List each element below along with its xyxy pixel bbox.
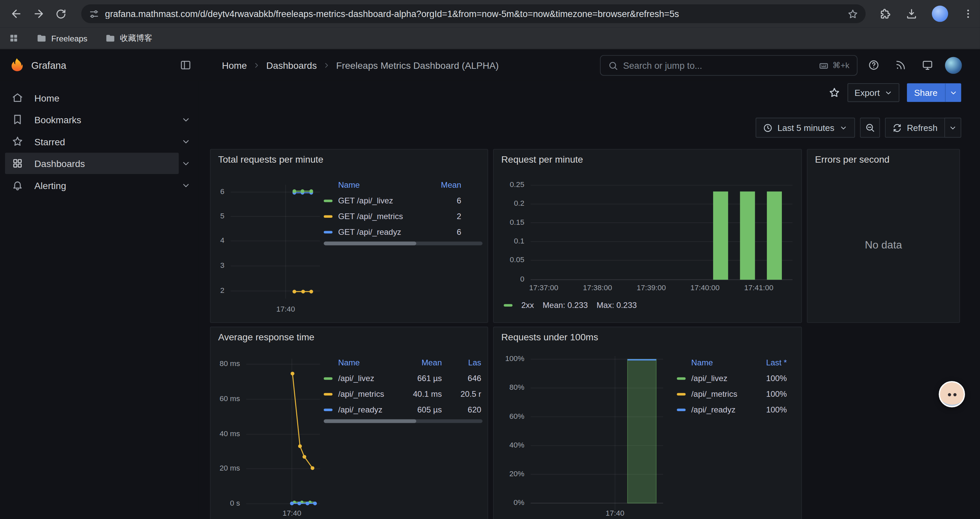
series-label[interactable]: 2xx [521,300,534,310]
dock-sidebar-icon[interactable] [180,59,191,71]
legend-table: Name Mean Las /api/_livez 661 µs 646 /ap… [324,355,483,423]
clock-icon [763,123,773,132]
panel-requests-under-100ms: Requests under 100ms 100% 80% 60% 40% 20… [493,327,802,519]
downloads-icon[interactable] [905,8,918,20]
site-settings-icon[interactable] [89,8,99,19]
chevron-down-icon [839,124,847,132]
forward-icon[interactable] [32,7,45,20]
legend-header-mean[interactable]: Mean [430,180,461,190]
panel-title[interactable]: Errors per second [815,154,889,164]
apps-grid-icon[interactable] [9,33,19,43]
y-tick: 60% [494,412,524,420]
sidebar: Home Bookmarks Starred Dashboards Alerti… [0,81,199,519]
search-input[interactable] [623,61,819,70]
sidebar-item-starred[interactable]: Starred [0,131,199,152]
bookmark-star-icon[interactable] [848,8,858,19]
legend-row[interactable]: /api/_livez 100% [677,370,795,386]
browser-profile-avatar[interactable] [932,6,948,22]
folder-icon [105,33,115,43]
y-tick: 40% [494,441,524,449]
legend-header-name[interactable]: Name [338,180,430,190]
search-icon [608,61,618,70]
no-data-message: No data [808,168,959,322]
bookmark-folder-blogs[interactable]: 收藏博客 [105,32,152,44]
chevron-down-icon[interactable] [181,159,191,168]
display-icon[interactable] [922,59,933,71]
legend-scrollbar[interactable] [324,241,483,245]
legend-row[interactable]: /api/_readyz 100% [677,402,795,417]
y-tick: 100% [494,355,524,363]
breadcrumb-home[interactable]: Home [222,60,247,71]
chevron-down-icon[interactable] [181,137,191,146]
series-color-icon [324,377,332,379]
legend-row[interactable]: /api/_readyz 605 µs 620 [324,402,483,417]
user-avatar[interactable] [945,57,962,74]
bookmark-folder-freeleaps[interactable]: Freeleaps [37,33,88,43]
chevron-down-icon[interactable] [181,181,191,190]
time-range-picker[interactable]: Last 5 minutes [756,118,855,137]
home-icon [12,92,23,103]
legend-row[interactable]: /api/_metrics 100% [677,386,795,402]
refresh-button-group: Refresh [885,118,961,137]
share-button-group: Share [907,83,961,102]
legend-header-last[interactable]: Last * [756,358,787,367]
star-icon [12,136,23,147]
chevron-down-icon[interactable] [181,115,191,124]
refresh-interval-dropdown[interactable] [944,118,961,137]
zoom-out-button[interactable] [860,118,880,137]
sidebar-item-home[interactable]: Home [0,87,199,108]
sidebar-item-alerting[interactable]: Alerting [0,175,199,196]
y-tick: 20% [494,469,524,478]
y-tick: 20 ms [210,463,240,472]
chevron-down-icon [949,88,957,96]
x-tick: 17:40 [270,305,301,313]
toolbar-right [879,0,974,27]
browser-menu-icon[interactable] [963,8,974,19]
dashboards-grid-icon [12,158,23,169]
legend-row[interactable]: GET /api/_livez 6 [324,193,483,208]
help-icon[interactable] [868,59,880,71]
search-box[interactable]: ⌘+k [600,55,858,76]
series-color-icon [324,215,332,217]
share-button[interactable]: Share [907,83,945,102]
bell-icon [12,180,23,191]
scrollbar-thumb[interactable] [324,419,416,423]
favorite-star-icon[interactable] [829,87,840,98]
reload-icon[interactable] [55,8,67,20]
legend-header-name[interactable]: Name [691,358,756,367]
chevron-right-icon [323,61,331,69]
sidebar-item-bookmarks[interactable]: Bookmarks [0,109,199,130]
legend-header-mean[interactable]: Mean [402,358,442,367]
time-controls: Last 5 minutes Refresh [756,118,961,137]
y-tick: 5 [210,211,224,220]
y-tick: 0 [494,275,524,284]
legend-row[interactable]: /api/_livez 661 µs 646 [324,370,483,386]
x-tick: 17:40 [273,509,310,517]
share-dropdown-button[interactable] [945,83,961,102]
legend-row[interactable]: GET /api/_metrics 2 [324,208,483,224]
extensions-icon[interactable] [879,8,891,20]
y-tick: 0.1 [494,236,524,245]
sidebar-item-dashboards[interactable]: Dashboards [0,153,199,174]
y-tick: 3 [210,261,224,270]
export-button[interactable]: Export [848,83,899,102]
refresh-button[interactable]: Refresh [885,118,944,137]
legend-header-last[interactable]: Las [445,358,481,367]
legend-row[interactable]: GET /api/_readyz 6 [324,224,483,240]
legend-table: Name Last * /api/_livez 100% /api/_metri… [677,355,795,417]
legend-scrollbar[interactable] [324,419,483,423]
x-tick: 17:41:00 [738,284,780,292]
legend-header-name[interactable]: Name [338,358,402,367]
rss-icon[interactable] [895,59,906,71]
refresh-icon [892,123,902,132]
address-bar[interactable]: grafana.mathmast.com/d/deytv4rwavabkb/fr… [81,4,865,23]
series-color-icon [324,393,332,395]
scrollbar-thumb[interactable] [324,241,416,245]
panel-average-response-time: Average response time 80 ms 60 ms 40 ms … [210,327,488,519]
legend-row[interactable]: /api/_metrics 40.1 ms 20.5 r [324,386,483,402]
back-icon[interactable] [10,7,22,20]
request-per-minute-chart[interactable] [494,150,802,323]
grafana-logo-icon[interactable] [9,57,25,73]
breadcrumb-dashboards[interactable]: Dashboards [266,60,317,71]
assistant-avatar[interactable] [939,381,965,407]
